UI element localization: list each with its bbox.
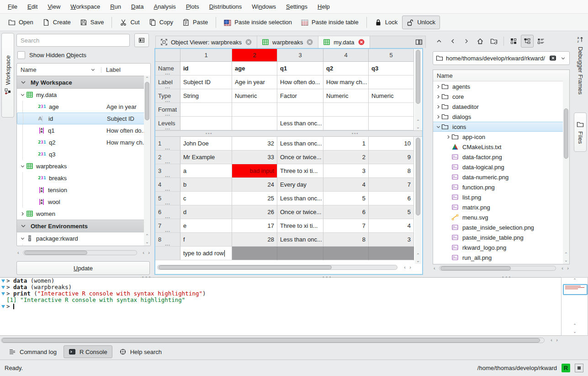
menu-distributions[interactable]: Distributions: [204, 1, 247, 12]
meta-cell[interactable]: Age in year: [232, 75, 277, 89]
workspace-tree-hscrollbar[interactable]: ‹ ‹›: [16, 250, 151, 256]
chevron-right-icon[interactable]: [435, 113, 441, 120]
meta-cell[interactable]: How often do...: [277, 75, 323, 89]
add-row-cell[interactable]: type to add row: [180, 247, 232, 260]
editor-cell[interactable]: Less than onc...: [277, 137, 323, 150]
minimap-viewport[interactable]: [563, 284, 588, 295]
save-button[interactable]: Save: [75, 16, 109, 29]
paste-inside-table-button[interactable]: Paste inside table: [297, 16, 363, 29]
menu-file[interactable]: File: [3, 1, 22, 12]
chevron-right-icon[interactable]: [445, 133, 451, 140]
up-button[interactable]: [433, 35, 445, 48]
meta-cell[interactable]: [277, 103, 323, 117]
file-item-data-numeric-png[interactable]: data-numeric.png: [433, 172, 569, 182]
meta-cell[interactable]: Factor: [277, 89, 323, 103]
column-header[interactable]: 2: [232, 49, 277, 62]
tree-item-q1[interactable]: ABq1How often do...: [17, 124, 150, 136]
meta-cell[interactable]: [232, 103, 277, 117]
file-item-rkward-logo-png[interactable]: rkward_logo.png: [433, 242, 569, 252]
menu-data[interactable]: Data: [126, 1, 148, 12]
tool-tab-command-log[interactable]: Command log: [4, 345, 62, 358]
file-item-function-png[interactable]: function.png: [433, 182, 569, 192]
tree-group-other-environments[interactable]: Other Environments: [17, 220, 150, 232]
column-header-label[interactable]: Label: [106, 66, 121, 73]
chevron-right-icon[interactable]: [435, 83, 441, 90]
tab-my-data[interactable]: my.data: [318, 36, 370, 48]
editor-cell[interactable]: 2: [323, 150, 369, 164]
editor-cell[interactable]: Three to xi ti...: [277, 219, 323, 233]
split-view-button[interactable]: [413, 36, 425, 48]
editor-cell[interactable]: Once or twice...: [277, 205, 323, 219]
file-tree-hscrollbar[interactable]: ‹ ‹›: [433, 265, 570, 271]
file-item-paste-inside-selection-png[interactable]: paste_inside_selection.png: [433, 222, 569, 232]
dock-tab-workspace[interactable]: Workspace: [1, 33, 14, 118]
menu-help[interactable]: Help: [313, 1, 335, 12]
row-header[interactable]: 6•••: [155, 205, 180, 219]
meta-cell[interactable]: q3: [369, 62, 414, 75]
column-header[interactable]: 1: [180, 49, 232, 62]
meta-cell[interactable]: [369, 117, 414, 130]
editor-cell[interactable]: d: [180, 205, 232, 219]
editor-cell[interactable]: 8: [323, 233, 369, 247]
tree-item-q2[interactable]: 231q2How many ch...: [17, 136, 150, 148]
checkbox-box[interactable]: [17, 51, 25, 59]
back-button[interactable]: [446, 35, 459, 48]
r-console[interactable]: ••• ••• ••• > data (women)> data (warpbr…: [0, 277, 561, 336]
file-item-run-all-png[interactable]: run_all.png: [433, 252, 569, 263]
meta-cell[interactable]: Numeric: [369, 89, 414, 103]
chevron-right-icon[interactable]: [435, 93, 441, 100]
data-vscrollbar[interactable]: ⌃⌄: [415, 137, 421, 264]
file-item-dataeditor[interactable]: dataeditor: [433, 102, 569, 112]
copy-button[interactable]: Copy: [144, 16, 178, 29]
editor-cell[interactable]: 3: [323, 164, 369, 178]
file-item-icons[interactable]: icons: [433, 122, 569, 132]
column-header[interactable]: 3: [277, 49, 323, 62]
meta-cell[interactable]: q2: [323, 62, 369, 75]
editor-cell[interactable]: 33: [232, 150, 277, 164]
editor-hscrollbar[interactable]: ‹›: [156, 264, 413, 270]
file-item-menu-svg[interactable]: menu.svg: [433, 212, 569, 222]
tool-tab-help-search[interactable]: Help search: [114, 345, 167, 358]
tree-item-tension[interactable]: ABtension: [17, 184, 150, 196]
editor-cell[interactable]: 5: [323, 192, 369, 205]
meta-cell[interactable]: Subject ID: [180, 75, 232, 89]
editor-cell[interactable]: Less than onc...: [277, 233, 323, 247]
console-minimap[interactable]: ⌃ ⌃ ⌄: [561, 277, 588, 336]
meta-vscrollbar[interactable]: ⌃⌄: [415, 49, 421, 130]
column-header[interactable]: 4: [323, 49, 369, 62]
file-item-core[interactable]: core: [433, 91, 569, 102]
editor-cell[interactable]: e: [180, 219, 232, 233]
console-line[interactable]: > print ("Interactive R console with syn…: [0, 290, 561, 297]
meta-cell[interactable]: [369, 75, 414, 89]
menu-analysis[interactable]: Analysis: [148, 1, 180, 12]
create-folder-button[interactable]: [487, 35, 500, 48]
panel-options-button[interactable]: [134, 33, 149, 47]
editor-cell[interactable]: f: [180, 233, 232, 247]
tab-warpbreaks[interactable]: warpbreaks: [257, 36, 318, 48]
tree-item-q3[interactable]: 231q3: [17, 148, 150, 160]
close-icon[interactable]: [306, 38, 313, 46]
short-view-button[interactable]: [507, 35, 520, 48]
console-line[interactable]: >: [0, 303, 561, 310]
editor-cell[interactable]: Mr Example: [180, 150, 232, 164]
console-line[interactable]: > data (warpbreaks): [0, 284, 561, 290]
console-line[interactable]: [1] "Interactive R console with syntax h…: [0, 297, 561, 303]
editor-cell[interactable]: 6: [323, 205, 369, 219]
chevron-right-icon[interactable]: [19, 210, 26, 217]
tree-item-breaks[interactable]: 231breaks: [17, 172, 150, 184]
file-item-app-icon[interactable]: app-icon: [433, 132, 569, 142]
clear-input-icon[interactable]: [549, 54, 556, 62]
workspace-tree-vscrollbar[interactable]: ⌃ ⌃ ⌄: [144, 75, 150, 246]
editor-cell[interactable]: c: [180, 192, 232, 205]
meta-cell[interactable]: Less than onc...: [277, 117, 323, 130]
tree-item-age[interactable]: 231ageAge in year: [17, 101, 150, 113]
console-line[interactable]: > data (women): [0, 278, 561, 284]
meta-cell[interactable]: Numeric: [323, 89, 369, 103]
editor-cell[interactable]: Once or twice...: [277, 150, 323, 164]
paste-inside-selection-button[interactable]: Paste inside selection: [219, 16, 297, 29]
row-header[interactable]: 7•••: [155, 219, 180, 233]
file-item-data-factor-png[interactable]: data-factor.png: [433, 152, 569, 162]
meta-cell[interactable]: How many ch...: [323, 75, 369, 89]
editor-cell[interactable]: Less than onc...: [277, 192, 323, 205]
file-tree-header[interactable]: Name: [433, 70, 569, 81]
